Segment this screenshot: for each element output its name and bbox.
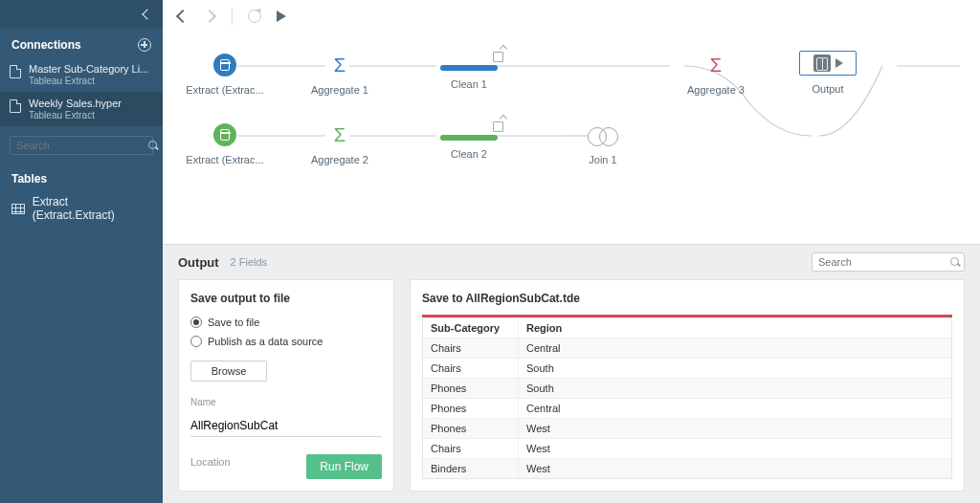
node-label: Aggregate 2 <box>297 154 383 165</box>
node-label: Extract (Extrac... <box>182 84 268 96</box>
output-panel: Output 2 Fields Save output to file Save… <box>163 244 980 503</box>
bottom-search[interactable] <box>812 252 965 272</box>
node-clean-1[interactable]: Clean 1 <box>426 54 512 90</box>
separator <box>232 8 233 25</box>
cell-region: West <box>519 439 574 458</box>
radio-save-to-file[interactable]: Save to file <box>190 317 382 328</box>
table-item[interactable]: Extract (Extract.Extract) <box>0 189 163 228</box>
cell-region: Central <box>519 399 574 418</box>
node-aggregate-3[interactable]: Σ Aggregate 3 <box>673 54 759 96</box>
radio-label: Publish as a data source <box>208 336 323 347</box>
col-region[interactable]: Region <box>519 318 574 338</box>
arrow-left-icon <box>176 10 189 23</box>
back-button[interactable] <box>172 6 193 27</box>
sidebar-collapse-button[interactable] <box>0 0 163 29</box>
connection-type: Tableau Extract <box>29 110 122 120</box>
col-sub-category[interactable]: Sub-Category <box>423 318 519 338</box>
save-output-title: Save output to file <box>190 292 382 305</box>
preview-table: Sub-Category Region ChairsCentralChairsS… <box>422 317 952 479</box>
toolbar <box>163 0 980 33</box>
node-aggregate-2[interactable]: Σ Aggregate 2 <box>297 123 383 165</box>
search-icon <box>950 257 958 267</box>
table-row[interactable]: PhonesCentral <box>423 399 951 419</box>
node-label: Output <box>785 83 871 95</box>
chevron-left-icon <box>142 9 152 19</box>
node-label: Aggregate 3 <box>673 84 759 96</box>
node-label: Clean 1 <box>426 78 512 90</box>
field-count: 2 Fields <box>231 256 268 268</box>
cell-sub-category: Phones <box>423 379 519 398</box>
cell-sub-category: Phones <box>423 419 519 438</box>
cell-sub-category: Binders <box>423 459 519 478</box>
table-row[interactable]: ChairsWest <box>423 439 951 459</box>
run-flow-button[interactable]: Run Flow <box>306 454 382 479</box>
bottom-search-input[interactable] <box>818 256 950 268</box>
output-title: Output <box>178 255 219 270</box>
name-input[interactable] <box>190 415 382 437</box>
connection-item[interactable]: Master Sub-Category Li... Tableau Extrac… <box>0 57 163 92</box>
table-row[interactable]: PhonesSouth <box>423 379 951 399</box>
node-label: Extract (Extrac... <box>182 154 268 165</box>
play-icon <box>277 11 286 22</box>
name-label: Name <box>190 397 382 407</box>
table-row[interactable]: BindersWest <box>423 459 951 478</box>
connection-name: Master Sub-Category Li... <box>29 63 148 75</box>
add-connection-button[interactable] <box>138 38 151 52</box>
sidebar: Connections Master Sub-Category Li... Ta… <box>0 0 163 503</box>
sigma-icon: Σ <box>328 54 351 77</box>
save-preview-pane: Save to AllRegionSubCat.tde Sub-Category… <box>410 279 965 492</box>
node-clean-2[interactable]: Clean 2 <box>426 123 512 160</box>
save-output-pane: Save output to file Save to file Publish… <box>178 279 394 492</box>
save-to-title: Save to AllRegionSubCat.tde <box>422 292 952 305</box>
connection-name: Weekly Sales.hyper <box>29 98 122 109</box>
clean-icon <box>440 65 498 71</box>
radio-icon <box>190 317 202 328</box>
connection-type: Tableau Extract <box>29 76 148 86</box>
run-button[interactable] <box>271 6 292 27</box>
forward-button <box>199 6 220 27</box>
cell-sub-category: Phones <box>423 399 519 418</box>
node-label: Clean 2 <box>426 148 512 160</box>
radio-label: Save to file <box>208 317 259 328</box>
sidebar-search[interactable] <box>10 136 153 155</box>
radio-publish[interactable]: Publish as a data source <box>190 336 382 347</box>
table-name: Extract (Extract.Extract) <box>33 195 151 222</box>
location-label: Location <box>190 456 231 468</box>
connection-item[interactable]: Weekly Sales.hyper Tableau Extract <box>0 92 163 126</box>
flow-canvas[interactable]: Extract (Extrac... Σ Aggregate 1 Clean 1… <box>163 33 980 244</box>
arrow-right-icon <box>203 10 216 23</box>
radio-icon <box>190 336 202 347</box>
node-join-1[interactable]: Join 1 <box>560 123 646 165</box>
sigma-icon: Σ <box>328 123 351 146</box>
refresh-button[interactable] <box>244 6 265 27</box>
sigma-icon: Σ <box>704 54 727 77</box>
cell-region: South <box>519 359 574 378</box>
cell-region: West <box>519 459 574 478</box>
node-label: Aggregate 1 <box>297 84 383 96</box>
refresh-icon <box>248 10 261 23</box>
node-aggregate-1[interactable]: Σ Aggregate 1 <box>297 54 383 96</box>
node-output[interactable]: Output <box>785 51 871 95</box>
cell-region: South <box>519 379 574 398</box>
connections-label: Connections <box>11 38 81 52</box>
node-extract-1[interactable]: Extract (Extrac... <box>182 54 268 96</box>
clean-icon <box>440 135 498 141</box>
sidebar-search-input[interactable] <box>16 140 148 151</box>
cell-sub-category: Chairs <box>423 439 519 458</box>
tables-label: Tables <box>0 164 163 189</box>
browse-button[interactable]: Browse <box>190 361 267 382</box>
table-row[interactable]: PhonesWest <box>423 419 951 439</box>
join-icon <box>588 127 618 146</box>
cell-sub-category: Chairs <box>423 359 519 378</box>
table-header-row: Sub-Category Region <box>423 317 951 339</box>
table-icon <box>11 204 25 213</box>
node-extract-2[interactable]: Extract (Extrac... <box>182 123 268 165</box>
node-label: Join 1 <box>560 154 646 165</box>
document-icon <box>10 65 21 78</box>
document-icon <box>10 99 21 113</box>
cell-region: West <box>519 419 574 438</box>
cell-region: Central <box>519 339 574 358</box>
table-row[interactable]: ChairsCentral <box>423 339 951 359</box>
cell-sub-category: Chairs <box>423 339 519 358</box>
table-row[interactable]: ChairsSouth <box>423 359 951 379</box>
